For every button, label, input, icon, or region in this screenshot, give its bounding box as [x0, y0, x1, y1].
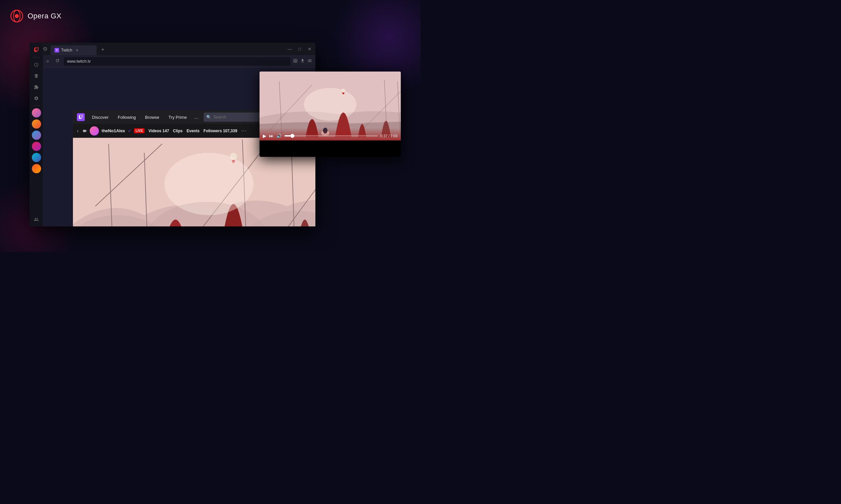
sidebar-twitch-icon[interactable] — [32, 45, 41, 54]
clips-stat: Clips — [173, 129, 183, 133]
channel-icon-2[interactable] — [32, 120, 41, 129]
download-icon[interactable] — [300, 58, 305, 64]
sidebar-extensions-icon[interactable] — [32, 83, 41, 92]
followers-stat: Followers 107,339 — [203, 129, 237, 133]
channel-icon-1[interactable] — [32, 108, 41, 118]
close-button[interactable]: ✕ — [306, 46, 313, 52]
videos-label: Videos — [149, 129, 161, 133]
address-bar-right — [293, 58, 312, 64]
channel-icon-6[interactable] — [32, 164, 41, 173]
nav-following[interactable]: Following — [116, 113, 138, 121]
refresh-button[interactable] — [54, 57, 61, 65]
tab-close-button[interactable]: ✕ — [75, 48, 79, 53]
progress-dot — [290, 134, 294, 138]
minimize-button[interactable]: — — [287, 46, 293, 52]
opera-sidebar — [30, 43, 44, 227]
window-controls: — □ ✕ — [287, 46, 313, 52]
floating-play-button[interactable]: ▶ — [263, 133, 267, 139]
opera-logo-area: Opera GX — [10, 9, 62, 23]
time-current: 0:37 — [380, 134, 387, 138]
nav-discover[interactable]: Discover — [90, 113, 111, 121]
nav-more-button[interactable]: ... — [194, 114, 199, 120]
channel-icon-5[interactable] — [32, 153, 41, 162]
camera-icon[interactable] — [293, 58, 298, 64]
sidebar-divider-2 — [33, 105, 40, 106]
clips-label: Clips — [173, 129, 183, 133]
floating-video: ▶ ⏭ 🔊 0:37 / 7:03 — [259, 72, 401, 141]
floating-volume-button[interactable]: 🔊 — [276, 133, 282, 139]
video-camera-icon-wrapper — [83, 129, 87, 133]
nav-browse[interactable]: Browse — [143, 113, 161, 121]
svg-point-21 — [164, 153, 253, 215]
floating-player: ▶ ⏭ 🔊 0:37 / 7:03 enjoying it! LogicJone… — [259, 72, 401, 157]
events-label: Events — [187, 129, 200, 133]
sidebar-friends-icon[interactable] — [32, 215, 41, 224]
svg-point-2 — [15, 14, 19, 18]
time-display: 0:37 / 7:03 — [380, 134, 397, 138]
floating-controls: ▶ ⏭ 🔊 0:37 / 7:03 — [259, 128, 401, 141]
floating-next-button[interactable]: ⏭ — [269, 133, 274, 139]
channel-name: theNo1Alex — [102, 128, 125, 133]
address-bar — [30, 55, 315, 68]
twitch-logo[interactable] — [77, 113, 85, 121]
sidebar-bottom — [32, 215, 41, 224]
channel-avatar — [90, 126, 99, 136]
search-icon: 🔍 — [206, 115, 211, 120]
time-total: 7:03 — [391, 134, 397, 138]
search-wrapper: 🔍 — [204, 112, 266, 122]
opera-logo-icon — [10, 9, 24, 23]
forward-button[interactable] — [44, 57, 51, 65]
opera-gx-title: Opera GX — [28, 12, 62, 20]
channel-icon-4[interactable] — [32, 142, 41, 151]
channel-info: theNo1Alex ✓ LIVE — [83, 126, 144, 136]
sidebar-history-icon[interactable] — [32, 60, 41, 69]
progress-bar[interactable] — [285, 135, 378, 137]
videos-count: 147 — [162, 129, 169, 133]
progress-fill — [285, 135, 293, 137]
sidebar-gx-icon[interactable] — [32, 71, 41, 80]
maximize-button[interactable]: □ — [296, 46, 303, 52]
search-input[interactable] — [204, 112, 266, 122]
title-bar: T Twitch ✕ + — □ ✕ — [30, 43, 315, 55]
tab-title: Twitch — [61, 48, 72, 53]
events-stat: Events — [187, 129, 200, 133]
svg-point-29 — [341, 89, 345, 92]
videos-stat: Videos 147 — [149, 129, 169, 133]
tab-favicon: T — [54, 48, 59, 53]
followers-label: Followers — [203, 129, 222, 133]
tab-twitch[interactable]: T Twitch ✕ — [51, 45, 97, 55]
url-input[interactable] — [64, 57, 290, 66]
new-tab-button[interactable]: + — [99, 45, 107, 54]
verified-badge: ✓ — [128, 128, 132, 133]
live-badge: LIVE — [134, 128, 144, 133]
followers-count: 107,339 — [223, 129, 237, 133]
prev-channel-button[interactable]: ‹ — [77, 128, 79, 134]
svg-point-23 — [304, 88, 357, 121]
nav-try-prime[interactable]: Try Prime — [167, 113, 189, 121]
channel-more-button[interactable]: ⋯ — [241, 128, 246, 134]
menu-icon[interactable] — [308, 58, 312, 64]
channel-icon-3[interactable] — [32, 131, 41, 140]
sidebar-settings-icon[interactable] — [32, 93, 41, 103]
sidebar-divider-1 — [33, 57, 40, 57]
